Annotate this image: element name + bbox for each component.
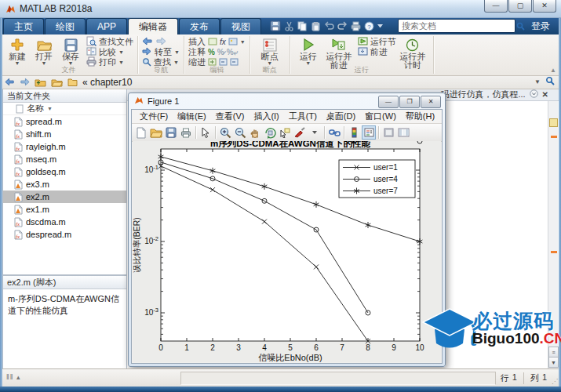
up-folder-icon[interactable] — [35, 78, 46, 87]
advance-button[interactable]: 前进 — [358, 47, 396, 57]
figure-close-button[interactable]: ✕ — [421, 96, 441, 108]
function-file-icon: fx — [14, 217, 23, 227]
file-row-rayleigh.m[interactable]: fxrayleigh.m — [3, 140, 126, 153]
new-figure-icon[interactable] — [134, 125, 148, 140]
search-icon[interactable] — [516, 22, 527, 31]
maximize-button[interactable]: ▢ — [508, 0, 532, 13]
dropdown-icon[interactable] — [377, 24, 383, 28]
file-row-ex3.m[interactable]: ex3.m — [3, 178, 126, 191]
figure-window[interactable]: Figure 1 — ❐ ✕ 文件(F)编辑(E)查看(V)插入(I)工具(T)… — [128, 93, 446, 367]
editor-tab[interactable]: 码进行仿真，仿真程... — [440, 89, 525, 100]
pan-icon[interactable] — [248, 125, 262, 140]
figure-restore-button[interactable]: ❐ — [399, 96, 420, 108]
crumb-dropdown-icon[interactable]: ▼ — [534, 78, 541, 85]
file-row-goldseq.m[interactable]: fxgoldseq.m — [3, 165, 126, 178]
file-row-spread.m[interactable]: fxspread.m — [3, 115, 126, 128]
brush-dropdown-icon[interactable] — [308, 125, 322, 140]
rotate-3d-icon[interactable] — [263, 125, 277, 140]
print-figure-icon[interactable] — [179, 125, 193, 140]
analyzer-marker[interactable] — [551, 136, 557, 138]
toolstrip-tab-2[interactable]: 绘图 — [45, 18, 86, 34]
insert-image-icon[interactable] — [228, 38, 238, 47]
cut-icon[interactable] — [284, 21, 294, 31]
link-plot-icon[interactable] — [327, 125, 341, 140]
status-detail-icon[interactable]: ‖‖ ▴ — [6, 373, 20, 381]
browse-folder-icon[interactable] — [51, 78, 63, 87]
svg-text:10-2: 10-2 — [144, 235, 158, 245]
toolstrip-tab-4[interactable]: 编辑器 — [128, 18, 178, 34]
run-section-icon — [358, 37, 368, 47]
file-row-dscdma.m[interactable]: fxdscdma.m — [3, 216, 126, 228]
ribbon-section-breakpoints: 断点▼ 断点 — [250, 34, 290, 75]
hide-plot-tools-icon[interactable] — [381, 125, 395, 140]
crumb-forward-icon[interactable] — [20, 78, 30, 86]
figure-menu-2[interactable]: 编辑(E) — [173, 111, 211, 122]
redo-icon[interactable] — [337, 21, 348, 31]
save-figure-icon[interactable] — [164, 125, 178, 140]
crumb-back-icon[interactable] — [5, 78, 15, 86]
insert-section-icon[interactable] — [208, 38, 217, 47]
ribbon-collapse-icon[interactable]: ▲ — [550, 67, 556, 74]
paste-icon[interactable] — [311, 21, 321, 31]
toolstrip-tab-3[interactable]: APP — [86, 18, 127, 34]
figure-menu-1[interactable]: 文件(F) — [135, 111, 173, 122]
zoom-out-icon[interactable] — [233, 125, 247, 140]
figure-menu-5[interactable]: 工具(T) — [284, 111, 322, 122]
figure-minimize-button[interactable]: — — [378, 96, 399, 108]
analyzer-marker[interactable] — [551, 251, 557, 253]
insert-function-icon[interactable]: fx — [220, 38, 226, 46]
figure-menu-3[interactable]: 查看(V) — [211, 111, 250, 122]
breakpoints-button[interactable]: 断点▼ — [254, 37, 286, 66]
current-folder-header[interactable]: 当前文件夹 — [3, 89, 126, 103]
toolstrip-tab-6[interactable]: 视图 — [220, 18, 261, 34]
toolstrip-tab-5[interactable]: 发布 — [179, 18, 220, 34]
new-button[interactable]: 新建▼ — [4, 37, 31, 66]
search-input[interactable] — [399, 21, 516, 31]
save-button[interactable]: 保存▼ — [57, 37, 84, 66]
editor-tab-close-icon[interactable]: ✕ — [542, 90, 548, 99]
plot-canvas[interactable]: m序列DS-CDMA在AWGN信道下的性能01234567891010-110-… — [133, 141, 441, 362]
insert-colorbar-icon[interactable] — [347, 125, 361, 140]
breadcrumb[interactable]: « chapter10 — [82, 77, 132, 88]
figure-menu-7[interactable]: 窗口(W) — [360, 111, 401, 122]
file-row-mseq.m[interactable]: fxmseq.m — [3, 153, 126, 165]
name-column-header[interactable]: 名称 ▼ — [3, 103, 126, 115]
editor-tab-menu-icon[interactable] — [530, 89, 538, 100]
file-row-despread.m[interactable]: fxdespread.m — [3, 228, 126, 241]
figure-menu-4[interactable]: 插入(I) — [249, 111, 283, 122]
comment-icon[interactable]: % — [208, 48, 215, 56]
figure-menu-8[interactable]: 帮助(H) — [401, 111, 439, 122]
print-icon[interactable] — [351, 21, 361, 31]
detail-panel-header[interactable]: ex2.m (脚本) — [3, 276, 126, 289]
brush-icon[interactable] — [293, 125, 307, 140]
copy-icon[interactable] — [297, 21, 308, 31]
file-row-ex1.m[interactable]: ex1.m — [3, 203, 126, 216]
save-icon[interactable] — [270, 20, 281, 31]
file-row-ex2.m[interactable]: ex2.m — [3, 191, 126, 203]
file-row-shift.m[interactable]: fxshift.m — [3, 128, 126, 140]
figure-menu-6[interactable]: 桌面(D) — [322, 111, 360, 122]
login-button[interactable]: 登录 — [531, 20, 550, 33]
uncomment-icon[interactable]: %̷ — [217, 48, 224, 56]
svg-text:user=4: user=4 — [373, 175, 398, 183]
resize-grip-icon[interactable]: ⋰ — [552, 378, 558, 385]
watermark: 必过源码 Biguo100.CN — [421, 306, 559, 364]
undo-icon[interactable] — [324, 21, 334, 31]
insert-legend-icon[interactable] — [362, 125, 376, 140]
open-button[interactable]: 打开▼ — [31, 37, 57, 66]
run-button[interactable]: 运行▼ — [294, 37, 322, 66]
code-analyzer-indicator[interactable] — [549, 118, 558, 127]
close-button[interactable]: ✕ — [533, 0, 556, 13]
help-icon[interactable]: ? — [364, 21, 374, 31]
back-icon[interactable] — [142, 37, 153, 47]
doc-search-box[interactable] — [398, 19, 515, 33]
toolstrip-tab-1[interactable]: 主页 — [3, 18, 44, 34]
edit-plot-icon[interactable] — [199, 125, 213, 140]
open-file-icon[interactable] — [149, 125, 163, 140]
zoom-in-icon[interactable] — [218, 125, 232, 140]
crumb-search-icon[interactable] — [545, 76, 555, 88]
data-cursor-icon[interactable] — [278, 125, 292, 140]
show-plot-tools-icon[interactable] — [396, 125, 410, 140]
minimize-button[interactable]: — — [484, 0, 508, 13]
wrap-comment-icon[interactable]: %⤶ — [227, 48, 239, 57]
